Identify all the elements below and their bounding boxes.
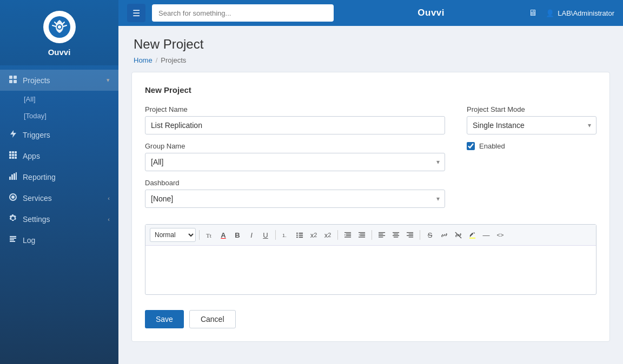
start-mode-group: Project Start Mode Single Instance Multi… (467, 105, 597, 134)
hr-button[interactable]: — (480, 228, 493, 241)
svg-rect-7 (9, 151, 11, 153)
sidebar: Ouvvi Projects ▾ [All] [Today] Triggers (0, 0, 118, 364)
sidebar-sub-projects: [All] [Today] (0, 91, 118, 124)
sidebar-sub-item-all[interactable]: [All] (0, 91, 118, 107)
sidebar-item-reporting[interactable]: Reporting (0, 166, 118, 187)
group-name-select[interactable]: [All] Default Production Testing (145, 153, 445, 171)
svg-point-2 (58, 25, 61, 29)
svg-rect-15 (15, 157, 17, 159)
sidebar-item-apps[interactable]: Apps (0, 145, 118, 166)
menu-button[interactable]: ☰ (127, 4, 145, 22)
svg-rect-41 (379, 233, 383, 234)
sidebar-item-services[interactable]: Services ‹ (0, 187, 118, 208)
topbar: ☰ Ouvvi 🖥 👤 LAB\Administrator (118, 0, 623, 26)
align-center-button[interactable] (389, 228, 402, 241)
ol-button[interactable]: 1. (279, 228, 292, 241)
svg-rect-40 (379, 232, 385, 232)
reporting-icon (9, 172, 17, 182)
sidebar-item-settings[interactable]: Settings ‹ (0, 208, 118, 230)
search-input[interactable] (152, 4, 334, 22)
svg-rect-10 (9, 154, 11, 156)
svg-rect-8 (12, 151, 14, 153)
project-name-input[interactable] (145, 116, 445, 134)
triggers-icon (9, 130, 17, 140)
sidebar-item-log[interactable]: Log (0, 230, 118, 251)
form-actions: Save Cancel (145, 306, 597, 328)
dashboard-label: Dashboard (145, 179, 445, 187)
sidebar-sub-item-today[interactable]: [Today] (0, 107, 118, 124)
svg-rect-37 (360, 233, 364, 234)
sidebar-section-projects: Projects ▾ [All] [Today] (0, 70, 118, 124)
sidebar-item-label-settings: Settings (23, 215, 108, 224)
log-icon (9, 235, 17, 245)
svg-rect-35 (344, 237, 351, 237)
svg-rect-16 (9, 177, 11, 180)
strikethrough-button[interactable]: S (423, 228, 436, 241)
ul-button[interactable] (293, 228, 306, 241)
format-button[interactable]: Tt (203, 228, 216, 241)
svg-rect-44 (393, 232, 399, 232)
start-mode-select[interactable]: Single Instance Multiple Instances Sched… (467, 116, 597, 134)
monitor-icon[interactable]: 🖥 (528, 8, 537, 18)
svg-rect-32 (344, 232, 351, 232)
form-card-title: New Project (145, 85, 597, 95)
svg-rect-19 (16, 172, 17, 180)
align-left-button[interactable] (375, 228, 388, 241)
subscript-button[interactable]: x2 (307, 228, 320, 241)
svg-rect-12 (15, 154, 17, 156)
link-button[interactable] (438, 228, 450, 241)
underline-button[interactable]: U (259, 228, 272, 241)
unlink-button[interactable] (452, 228, 465, 241)
superscript-button[interactable]: x2 (321, 228, 334, 241)
description-editor[interactable] (145, 246, 596, 294)
sidebar-nav: Projects ▾ [All] [Today] Triggers Apps (0, 65, 118, 364)
svg-rect-53 (469, 238, 475, 238)
settings-icon (9, 214, 17, 224)
indent-more-button[interactable] (341, 228, 354, 241)
toolbar-sep-4 (372, 230, 372, 240)
settings-arrow: ‹ (108, 216, 110, 223)
toolbar-sep-1 (199, 230, 200, 240)
bold-button[interactable]: B (231, 228, 244, 241)
source-button[interactable]: <> (494, 228, 507, 241)
toolbar-sep-2 (275, 230, 276, 240)
font-color-button[interactable]: A (217, 228, 230, 241)
indent-less-button[interactable] (355, 228, 368, 241)
breadcrumb: Home / Projects (134, 56, 608, 64)
breadcrumb-separator: / (156, 56, 158, 64)
highlight-button[interactable] (466, 228, 479, 241)
dashboard-select[interactable]: [None] Dashboard 1 Dashboard 2 (145, 190, 445, 208)
svg-rect-14 (12, 157, 14, 159)
sidebar-item-label-apps: Apps (23, 152, 110, 160)
italic-button[interactable]: I (245, 228, 258, 241)
form-card: New Project Project Name Group Name [ (131, 72, 610, 342)
projects-icon (9, 75, 17, 85)
svg-text:1.: 1. (282, 233, 287, 238)
sidebar-item-label-services: Services (23, 194, 108, 203)
group-name-select-wrap: [All] Default Production Testing ▾ (145, 153, 445, 171)
breadcrumb-home[interactable]: Home (134, 56, 153, 64)
svg-rect-33 (346, 233, 350, 234)
cancel-button[interactable]: Cancel (189, 310, 236, 328)
svg-rect-47 (393, 237, 397, 237)
sidebar-item-projects[interactable]: Projects ▾ (0, 70, 118, 91)
sidebar-item-triggers[interactable]: Triggers (0, 124, 118, 145)
style-select[interactable]: Normal Heading 1 Heading 2 Heading 3 (150, 228, 196, 242)
svg-rect-5 (9, 80, 12, 83)
toolbar-sep-5 (420, 230, 420, 240)
svg-rect-21 (10, 238, 16, 239)
align-right-button[interactable] (403, 228, 416, 241)
svg-rect-38 (360, 235, 364, 235)
dashboard-select-wrap: [None] Dashboard 1 Dashboard 2 ▾ (145, 190, 445, 208)
enabled-checkbox[interactable] (467, 142, 475, 150)
enabled-label[interactable]: Enabled (479, 142, 505, 150)
svg-rect-43 (379, 237, 383, 237)
services-arrow: ‹ (108, 195, 110, 201)
svg-rect-39 (359, 237, 365, 237)
save-button[interactable]: Save (145, 310, 184, 328)
sidebar-item-label-triggers: Triggers (23, 131, 110, 139)
topbar-user[interactable]: 👤 LAB\Administrator (546, 9, 614, 17)
svg-rect-4 (14, 76, 17, 79)
svg-rect-18 (14, 173, 15, 180)
svg-rect-34 (346, 235, 350, 235)
